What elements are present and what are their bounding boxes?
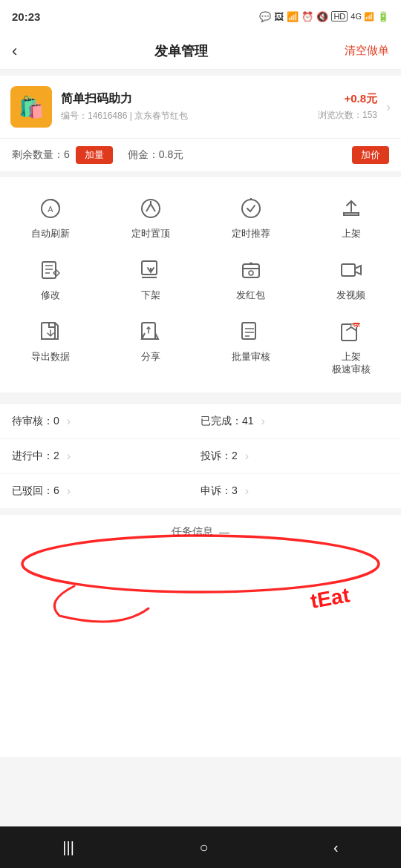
- svg-rect-12: [342, 264, 355, 276]
- action-auto-refresh[interactable]: A 自动刷新: [0, 186, 100, 248]
- auto-refresh-icon: A: [36, 194, 65, 223]
- action-batch-review-label: 批量审核: [232, 351, 270, 364]
- remaining-label: 剩余数量：6: [12, 148, 70, 162]
- product-price: +0.8元: [318, 92, 377, 106]
- clear-button[interactable]: 清空做单: [345, 44, 389, 58]
- empty-space: [0, 549, 401, 757]
- svg-rect-6: [42, 262, 56, 278]
- nav-recent-apps[interactable]: |||: [45, 833, 92, 862]
- alarm-icon: ⏰: [301, 11, 313, 22]
- red-packet-icon: [236, 255, 266, 285]
- status-completed-arrow: ›: [261, 415, 265, 428]
- task-info-label: 任务信息: [172, 525, 213, 539]
- status-appeal[interactable]: 申诉：3 ›: [200, 484, 389, 498]
- action-red-packet[interactable]: 发红包: [200, 248, 301, 309]
- product-arrow-icon[interactable]: ›: [386, 99, 391, 115]
- status-pending-label: 待审核：0: [12, 415, 59, 428]
- svg-point-4: [242, 200, 260, 217]
- action-export[interactable]: 导出数据: [0, 309, 100, 384]
- status-icons: 💬 🖼 📶 ⏰ 🔇 HD 4G 📶 🔋: [259, 11, 389, 22]
- status-row-2: 进行中：2 › 投诉：2 ›: [0, 439, 401, 474]
- status-row-1: 待审核：0 › 已完成：41 ›: [0, 404, 401, 439]
- wechat-icon: 💬: [259, 11, 271, 22]
- action-shelf-up-label: 上架: [342, 228, 361, 240]
- signal-icon: 4G 📶: [351, 12, 374, 22]
- add-price-button[interactable]: 加价: [352, 146, 389, 164]
- status-ongoing-arrow: ›: [67, 450, 71, 463]
- action-share[interactable]: 分享: [100, 309, 200, 384]
- status-complaint-arrow: ›: [245, 450, 249, 463]
- status-complaint-label: 投诉：2: [200, 450, 238, 463]
- video-icon: [336, 255, 366, 285]
- product-views: 浏览次数：153: [318, 109, 377, 122]
- photo-icon: 🖼: [274, 11, 284, 22]
- status-complaint[interactable]: 投诉：2 ›: [200, 450, 389, 463]
- product-right: +0.8元 浏览次数：153: [318, 92, 377, 122]
- product-meta: 编号：14616486 | 京东春节红包: [61, 110, 309, 122]
- mute-icon: 🔇: [316, 11, 328, 22]
- action-shelf-down-label: 下架: [141, 289, 160, 302]
- fast-review-icon: NEW: [336, 317, 366, 346]
- timed-top-icon: [136, 194, 166, 223]
- action-grid: A 自动刷新 定时置顶: [0, 177, 401, 392]
- top-nav: ‹ 发单管理 清空做单: [0, 33, 401, 70]
- action-batch-review[interactable]: 批量审核: [200, 309, 301, 384]
- action-fast-review[interactable]: NEW 上架 极速审核: [301, 309, 401, 384]
- edit-icon: [36, 255, 65, 285]
- status-pending[interactable]: 待审核：0 ›: [12, 415, 200, 428]
- status-pending-arrow: ›: [67, 415, 71, 428]
- shelf-up-icon: [336, 194, 366, 223]
- product-icon: 🛍️: [10, 86, 52, 128]
- task-info[interactable]: 任务信息 —: [0, 515, 401, 549]
- product-card: 🛍️ 简单扫码助力 编号：14616486 | 京东春节红包 +0.8元 浏览次…: [0, 76, 401, 138]
- product-info: 简单扫码助力 编号：14616486 | 京东春节红包: [61, 91, 309, 122]
- svg-rect-5: [344, 213, 359, 215]
- add-quantity-button[interactable]: 加量: [76, 146, 113, 164]
- status-bar: 20:23 💬 🖼 📶 ⏰ 🔇 HD 4G 📶 🔋: [0, 0, 401, 33]
- export-icon: [36, 317, 65, 346]
- status-appeal-arrow: ›: [245, 484, 249, 498]
- shelf-down-icon: [136, 255, 166, 285]
- timed-recommend-icon: [236, 194, 266, 223]
- action-share-label: 分享: [141, 351, 160, 364]
- action-auto-refresh-label: 自动刷新: [31, 228, 70, 240]
- status-ongoing[interactable]: 进行中：2 ›: [12, 450, 200, 463]
- back-button[interactable]: ‹: [12, 42, 17, 61]
- bottom-nav: ||| ○ ‹: [0, 826, 401, 868]
- nav-home[interactable]: ○: [181, 833, 226, 862]
- action-edit-label: 修改: [41, 289, 60, 302]
- status-row-3: 已驳回：6 › 申诉：3 ›: [0, 474, 401, 509]
- action-red-packet-label: 发红包: [236, 289, 265, 302]
- action-edit[interactable]: 修改: [0, 248, 100, 309]
- svg-text:NEW: NEW: [351, 323, 362, 328]
- status-time: 20:23: [12, 10, 40, 23]
- action-timed-recommend-label: 定时推荐: [232, 228, 270, 240]
- stats-row: 剩余数量：6 加量 佣金：0.8元 加价: [0, 138, 401, 171]
- action-shelf-up[interactable]: 上架: [301, 186, 401, 248]
- hd-badge: HD: [331, 11, 348, 22]
- status-completed[interactable]: 已完成：41 ›: [200, 415, 389, 428]
- status-rejected-label: 已驳回：6: [12, 484, 59, 498]
- action-video-label: 发视频: [336, 289, 365, 302]
- product-name: 简单扫码助力: [61, 91, 309, 107]
- status-ongoing-label: 进行中：2: [12, 450, 59, 463]
- status-completed-label: 已完成：41: [200, 415, 254, 428]
- page-title: 发单管理: [154, 42, 208, 60]
- status-appeal-label: 申诉：3: [200, 484, 238, 498]
- action-timed-top[interactable]: 定时置顶: [100, 186, 200, 248]
- nav-back[interactable]: ‹: [316, 833, 356, 862]
- action-export-label: 导出数据: [31, 351, 70, 364]
- batch-review-icon: [236, 317, 266, 346]
- commission-label: 佣金：0.8元: [128, 148, 183, 162]
- action-timed-top-label: 定时置顶: [131, 228, 170, 240]
- action-shelf-down[interactable]: 下架: [100, 248, 200, 309]
- status-section: 待审核：0 › 已完成：41 › 进行中：2 › 投诉：2 › 已驳回：6 ›: [0, 404, 401, 509]
- svg-text:A: A: [48, 205, 53, 214]
- task-info-divider: —: [219, 526, 229, 538]
- action-fast-review-label: 上架 极速审核: [332, 351, 371, 376]
- status-rejected-arrow: ›: [67, 484, 71, 498]
- share-icon: [136, 317, 166, 346]
- action-timed-recommend[interactable]: 定时推荐: [200, 186, 301, 248]
- action-video[interactable]: 发视频: [301, 248, 401, 309]
- status-rejected[interactable]: 已驳回：6 ›: [12, 484, 200, 498]
